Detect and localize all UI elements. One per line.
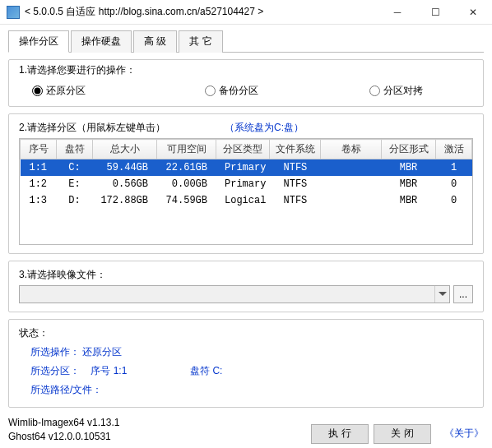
cell-vol [321, 192, 382, 209]
cell-free: 74.59GB [157, 192, 216, 209]
operation-group: 1.请选择您要进行的操作： 还原分区 备份分区 分区对拷 [8, 59, 484, 107]
app-icon [7, 6, 20, 19]
radio-backup[interactable]: 备份分区 [205, 84, 369, 98]
th-ptype[interactable]: 分区类型 [216, 140, 270, 159]
cell-seq: 1:3 [21, 192, 57, 209]
cell-act: 0 [436, 176, 472, 192]
browse-button[interactable]: ... [453, 285, 473, 303]
status-title: 状态： [19, 326, 473, 340]
tab-disk[interactable]: 操作硬盘 [71, 30, 132, 53]
cell-free: 22.61GB [157, 159, 216, 177]
th-fs[interactable]: 文件系统 [270, 140, 321, 159]
operation-title: 1.请选择您要进行的操作： [19, 63, 473, 77]
cell-drive: E: [57, 176, 93, 192]
image-group: 3.请选择映像文件： ... [8, 261, 484, 312]
table-row[interactable]: 1:2 E: 0.56GB 0.00GB Primary NTFS MBR 0 [21, 176, 472, 192]
radio-clone-input[interactable] [369, 85, 380, 96]
tab-partition[interactable]: 操作分区 [8, 30, 69, 53]
th-vol[interactable]: 卷标 [321, 140, 382, 159]
version-ghost: Ghost64 v12.0.0.10531 [8, 430, 306, 444]
status-drive-label: 盘符 [190, 365, 212, 376]
chevron-down-icon[interactable] [434, 286, 449, 303]
th-drive[interactable]: 盘符 [57, 140, 93, 159]
status-drive-value: C: [212, 365, 222, 376]
cell-vol [321, 159, 382, 177]
image-path-combo[interactable] [19, 285, 450, 303]
th-seq[interactable]: 序号 [21, 140, 57, 159]
minimize-button[interactable]: ─ [378, 0, 416, 25]
version-wimlib: Wimlib-Imagex64 v1.13.1 [8, 416, 306, 430]
maximize-button[interactable]: ☐ [416, 0, 454, 25]
footer: Wimlib-Imagex64 v1.13.1 Ghost64 v12.0.0.… [8, 416, 484, 444]
tab-strip: 操作分区 操作硬盘 高 级 其 它 [8, 30, 484, 53]
cell-drive: D: [57, 192, 93, 209]
th-total[interactable]: 总大小 [93, 140, 157, 159]
cell-ptype: Primary [216, 159, 270, 177]
radio-backup-label: 备份分区 [219, 84, 258, 98]
radio-clone-label: 分区对拷 [383, 84, 423, 98]
partition-group: 2.请选择分区（用鼠标左键单击） （系统盘为C:盘） 序号 盘符 总大小 可用空… [8, 113, 484, 254]
close-button[interactable]: 关 闭 [374, 424, 431, 444]
execute-button[interactable]: 执 行 [311, 424, 369, 444]
status-op-label: 所选操作： [30, 346, 80, 358]
cell-total: 0.56GB [93, 176, 157, 192]
radio-restore-input[interactable] [32, 85, 43, 96]
cell-form: MBR [382, 192, 436, 209]
radio-backup-input[interactable] [205, 85, 216, 96]
cell-vol [321, 176, 382, 192]
status-seq-value: 1:1 [114, 365, 128, 376]
cell-act: 1 [436, 159, 472, 177]
window-title: < 5.0.0.5 自适应 http://blog.sina.com.cn/a5… [25, 5, 378, 19]
cell-total: 172.88GB [93, 192, 157, 209]
status-group: 状态： 所选操作： 还原分区 所选分区： 序号 1:1 盘符 C: 所选路径/文… [8, 319, 484, 408]
cell-free: 0.00GB [157, 176, 216, 192]
cell-ptype: Logical [216, 192, 270, 209]
cell-act: 0 [436, 192, 472, 209]
partition-title: 2.请选择分区（用鼠标左键单击） [19, 121, 165, 135]
system-disk-hint: （系统盘为C:盘） [225, 121, 304, 135]
tab-other[interactable]: 其 它 [179, 30, 222, 53]
partition-table: 序号 盘符 总大小 可用空间 分区类型 文件系统 卷标 分区形式 激活 1:1 … [20, 139, 472, 209]
partition-table-wrap[interactable]: 序号 盘符 总大小 可用空间 分区类型 文件系统 卷标 分区形式 激活 1:1 … [19, 138, 473, 245]
image-title: 3.请选择映像文件： [19, 268, 473, 282]
th-form[interactable]: 分区形式 [382, 140, 436, 159]
cell-form: MBR [382, 159, 436, 177]
radio-restore-label: 还原分区 [46, 84, 86, 98]
radio-clone[interactable]: 分区对拷 [369, 84, 423, 98]
version-info: Wimlib-Imagex64 v1.13.1 Ghost64 v12.0.0.… [8, 416, 306, 444]
cell-seq: 1:2 [21, 176, 57, 192]
cell-fs: NTFS [270, 176, 321, 192]
status-path-label: 所选路径/文件： [30, 384, 102, 395]
status-op-value: 还原分区 [82, 346, 122, 358]
table-row[interactable]: 1:3 D: 172.88GB 74.59GB Logical NTFS MBR… [21, 192, 472, 209]
close-window-button[interactable]: ✕ [454, 0, 492, 25]
tab-advanced[interactable]: 高 级 [133, 30, 177, 53]
table-row[interactable]: 1:1 C: 59.44GB 22.61GB Primary NTFS MBR … [21, 159, 472, 177]
cell-seq: 1:1 [21, 159, 57, 177]
about-link[interactable]: 《关于》 [444, 424, 484, 444]
status-seq-label: 序号 [91, 365, 113, 376]
cell-drive: C: [57, 159, 93, 177]
radio-restore[interactable]: 还原分区 [32, 84, 205, 98]
cell-ptype: Primary [216, 176, 270, 192]
cell-fs: NTFS [270, 192, 321, 209]
cell-form: MBR [382, 176, 436, 192]
cell-total: 59.44GB [93, 159, 157, 177]
th-act[interactable]: 激活 [436, 140, 472, 159]
th-free[interactable]: 可用空间 [157, 140, 216, 159]
cell-fs: NTFS [270, 159, 321, 177]
status-part-label: 所选分区： [30, 365, 80, 376]
title-bar: < 5.0.0.5 自适应 http://blog.sina.com.cn/a5… [0, 0, 492, 25]
